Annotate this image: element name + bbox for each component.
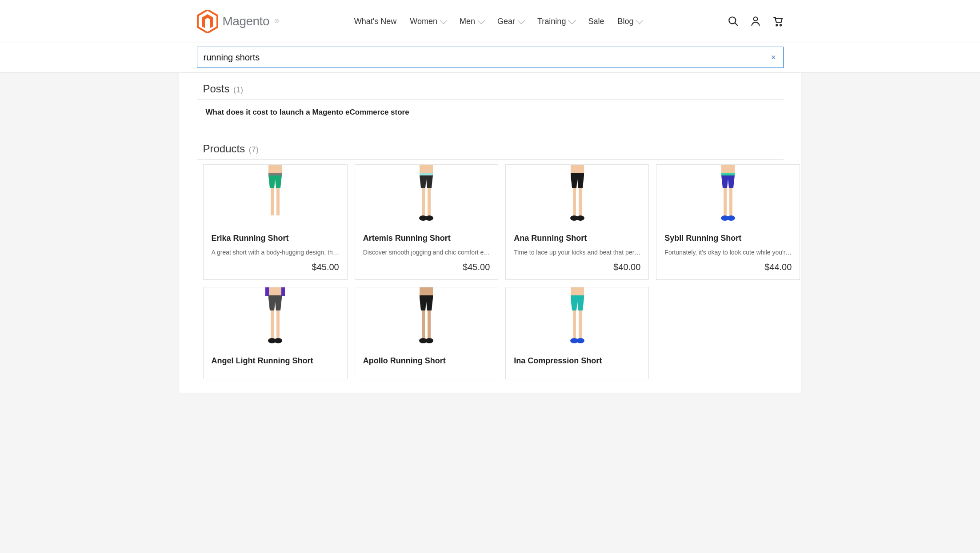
svg-point-22	[576, 215, 584, 221]
product-image	[355, 287, 498, 350]
svg-rect-39	[422, 310, 425, 338]
product-description: Time to lace up your kicks and beat that…	[514, 249, 640, 256]
nav-item-men[interactable]: Men	[460, 13, 484, 30]
svg-rect-43	[571, 287, 584, 295]
search-bar: ×	[0, 43, 980, 73]
nav-item-training[interactable]: Training	[537, 13, 575, 30]
svg-rect-31	[281, 287, 285, 296]
search-input[interactable]	[197, 47, 764, 68]
svg-rect-6	[268, 173, 282, 175]
svg-rect-5	[268, 165, 282, 173]
product-card[interactable]: Apollo Running Short	[355, 287, 499, 379]
nav-item-label: Sale	[588, 17, 604, 26]
main-nav: What's NewWomenMenGearTrainingSaleBlog	[354, 13, 728, 30]
chevron-down-icon	[636, 17, 644, 24]
nav-item-blog[interactable]: Blog	[617, 13, 642, 30]
product-name: Ina Compression Short	[514, 356, 640, 366]
product-card[interactable]: Ana Running ShortTime to lace up your ki…	[505, 164, 649, 280]
product-price: $40.00	[514, 262, 640, 272]
nav-item-women[interactable]: Women	[410, 13, 446, 30]
magento-logo-icon	[197, 10, 218, 33]
nav-item-gear[interactable]: Gear	[497, 13, 524, 30]
svg-point-16	[425, 215, 433, 221]
nav-item-sale[interactable]: Sale	[588, 13, 604, 30]
svg-rect-32	[268, 295, 282, 298]
product-name: Erika Running Short	[212, 233, 339, 243]
product-price: $45.00	[363, 262, 490, 272]
svg-rect-38	[420, 295, 433, 298]
posts-section-count: (1)	[233, 85, 243, 94]
svg-rect-29	[268, 287, 282, 295]
logo-text: Magento	[223, 14, 269, 28]
svg-rect-14	[428, 188, 431, 215]
svg-rect-11	[420, 165, 433, 173]
product-card[interactable]: Sybil Running ShortFortunately, it's oka…	[656, 164, 800, 280]
account-icon[interactable]	[750, 16, 761, 27]
svg-point-2	[753, 17, 757, 21]
product-image	[204, 287, 347, 350]
product-image	[204, 165, 347, 227]
product-name: Artemis Running Short	[363, 233, 490, 243]
svg-rect-12	[420, 173, 433, 175]
svg-point-42	[425, 338, 433, 343]
svg-rect-17	[571, 165, 584, 173]
search-results-panel: Posts (1) What does it cost to launch a …	[179, 73, 801, 393]
svg-point-3	[776, 24, 777, 26]
svg-rect-24	[721, 173, 735, 175]
svg-rect-37	[420, 287, 433, 295]
product-price: $45.00	[212, 262, 339, 272]
svg-rect-46	[579, 310, 582, 338]
product-card[interactable]: Erika Running ShortA great short with a …	[203, 164, 348, 280]
svg-point-10	[274, 215, 282, 221]
chevron-down-icon	[478, 17, 485, 24]
cart-icon[interactable]	[772, 16, 784, 27]
search-clear-icon[interactable]: ×	[764, 53, 783, 62]
product-card[interactable]: Artemis Running ShortDiscover smooth jog…	[355, 164, 499, 280]
registered-mark: ®	[275, 18, 279, 24]
product-card[interactable]: Ina Compression Short	[505, 287, 649, 379]
product-name: Ana Running Short	[514, 233, 640, 243]
products-section-header: Products (7)	[197, 125, 784, 160]
svg-rect-33	[271, 310, 274, 338]
svg-rect-44	[571, 295, 584, 298]
search-icon[interactable]	[728, 16, 739, 27]
svg-rect-20	[579, 188, 582, 215]
products-section-count: (7)	[249, 145, 259, 154]
product-image	[506, 287, 648, 350]
site-header: Magento® What's NewWomenMenGearTrainingS…	[0, 0, 980, 43]
product-name: Apollo Running Short	[363, 356, 490, 366]
svg-rect-30	[265, 287, 269, 296]
svg-point-4	[780, 24, 781, 26]
posts-section-title: Posts	[203, 83, 230, 95]
svg-rect-23	[721, 165, 735, 173]
svg-rect-8	[276, 188, 280, 215]
svg-rect-25	[724, 188, 727, 215]
product-name: Sybil Running Short	[664, 233, 792, 243]
posts-section-header: Posts (1)	[197, 73, 784, 100]
chevron-down-icon	[568, 17, 576, 24]
svg-point-36	[274, 338, 282, 343]
product-card[interactable]: Angel Light Running Short	[203, 287, 348, 379]
svg-rect-19	[573, 188, 576, 215]
product-name: Angel Light Running Short	[212, 356, 339, 366]
nav-item-label: Blog	[617, 17, 633, 26]
post-result-item[interactable]: What does it cost to launch a Magento eC…	[197, 100, 784, 125]
nav-item-label: Gear	[497, 17, 515, 26]
svg-rect-40	[428, 310, 431, 338]
product-image	[506, 165, 648, 227]
svg-rect-26	[729, 188, 732, 215]
chevron-down-icon	[518, 17, 525, 24]
svg-point-48	[576, 338, 584, 343]
product-price: $44.00	[664, 262, 792, 272]
products-section-title: Products	[203, 143, 245, 155]
product-image	[656, 165, 800, 227]
svg-rect-7	[271, 188, 274, 215]
svg-rect-13	[422, 188, 425, 215]
logo[interactable]: Magento®	[197, 10, 279, 33]
nav-item-what-s-new[interactable]: What's New	[354, 13, 396, 30]
svg-rect-18	[571, 173, 584, 175]
svg-rect-34	[276, 310, 280, 338]
product-description: A great short with a body-hugging design…	[212, 249, 339, 256]
chevron-down-icon	[440, 17, 447, 24]
svg-line-1	[735, 23, 737, 26]
